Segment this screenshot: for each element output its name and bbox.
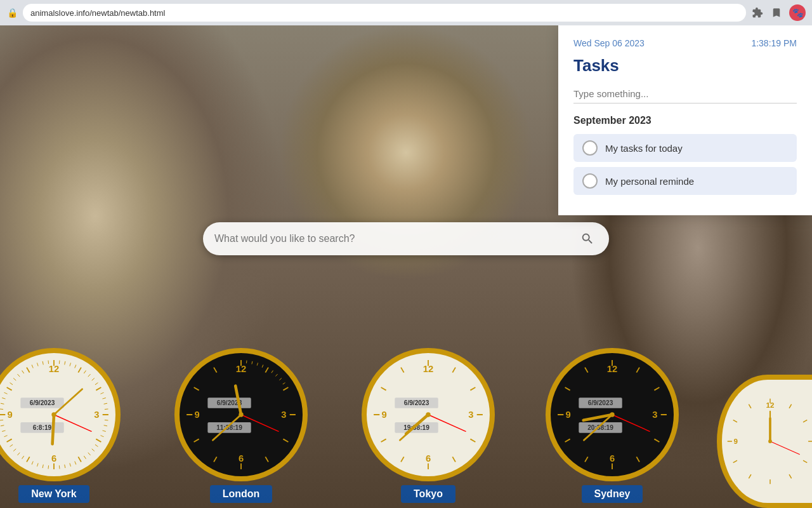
svg-line-115 <box>401 368 404 373</box>
svg-line-156 <box>803 460 807 463</box>
svg-line-39 <box>32 461 33 464</box>
svg-line-37 <box>43 465 43 468</box>
address-bar[interactable]: animalslove.info/newtab/newtab.html <box>23 4 746 22</box>
svg-line-12 <box>59 361 60 364</box>
url-text: animalslove.info/newtab/newtab.html <box>30 8 165 18</box>
svg-text:6: 6 <box>610 453 615 464</box>
svg-line-35 <box>59 465 60 469</box>
profile-icon[interactable]: 🐾 <box>789 4 806 21</box>
svg-text:6/9/2023: 6/9/2023 <box>30 399 55 406</box>
svg-line-23 <box>105 409 108 410</box>
svg-line-138 <box>565 387 570 391</box>
svg-line-49 <box>1 403 4 404</box>
svg-text:12: 12 <box>423 364 433 374</box>
svg-line-27 <box>100 436 103 437</box>
svg-line-36 <box>48 465 49 469</box>
svg-text:3: 3 <box>652 410 657 420</box>
city-label-sydney: Sydney <box>582 485 643 503</box>
svg-line-76 <box>283 439 288 442</box>
svg-line-90 <box>279 378 281 380</box>
svg-line-22 <box>104 403 107 404</box>
svg-line-18 <box>92 378 95 381</box>
svg-line-168 <box>770 441 799 455</box>
extensions-icon[interactable] <box>751 6 764 19</box>
svg-line-32 <box>75 461 76 464</box>
svg-point-151 <box>610 412 614 417</box>
svg-line-56 <box>32 365 33 368</box>
svg-line-46 <box>1 425 4 426</box>
svg-line-108 <box>470 439 475 442</box>
svg-line-55 <box>22 370 24 373</box>
svg-line-28 <box>95 444 98 446</box>
svg-text:6/9/2023: 6/9/2023 <box>404 399 429 406</box>
svg-line-38 <box>37 463 38 466</box>
clock-london: 12 3 6 9 6/9/2023 11:38:19 Lo <box>174 348 308 508</box>
clock-face-partial: 12 9 <box>717 375 812 508</box>
svg-line-57 <box>37 363 38 366</box>
svg-line-31 <box>84 456 86 458</box>
svg-line-8 <box>7 439 12 442</box>
svg-line-74 <box>283 387 288 391</box>
svg-line-79 <box>214 457 217 462</box>
clock-face-london: 12 3 6 9 6/9/2023 11:38:19 <box>174 348 308 481</box>
svg-line-15 <box>75 365 76 368</box>
svg-line-42 <box>13 449 16 451</box>
svg-line-162 <box>733 420 737 422</box>
task-text-1: My tasks for today <box>605 143 683 154</box>
task-item-1[interactable]: My tasks for today <box>573 134 797 162</box>
svg-line-106 <box>470 387 475 391</box>
svg-text:9: 9 <box>8 410 13 420</box>
tasks-date: Wed Sep 06 2023 <box>573 38 645 48</box>
svg-line-5 <box>78 457 81 462</box>
svg-line-10 <box>7 387 12 391</box>
svg-line-48 <box>0 409 3 410</box>
svg-line-14 <box>70 363 71 366</box>
tasks-panel: Wed Sep 06 2023 1:38:19 PM Tasks Septemb… <box>558 25 812 215</box>
svg-line-129 <box>636 368 639 373</box>
svg-line-77 <box>265 457 268 462</box>
svg-line-34 <box>65 465 65 468</box>
svg-line-53 <box>13 378 16 381</box>
svg-line-17 <box>88 374 91 377</box>
clock-face-new-york: 12 3 6 9 6/9/2023 6:8:19 <box>0 348 121 481</box>
svg-line-136 <box>565 439 570 442</box>
svg-point-71 <box>51 412 56 417</box>
svg-line-2 <box>96 387 101 391</box>
svg-line-109 <box>452 457 455 462</box>
tasks-month: September 2023 <box>573 115 797 126</box>
svg-line-54 <box>18 374 20 377</box>
svg-line-51 <box>4 392 8 394</box>
svg-line-50 <box>2 398 5 399</box>
svg-line-91 <box>283 383 285 385</box>
clock-tokyo: 12 3 6 9 6/9/2023 19:38:19 Tokyo <box>362 348 495 508</box>
svg-line-30 <box>88 453 91 455</box>
svg-text:12: 12 <box>236 364 246 374</box>
clock-face-tokyo: 12 3 6 9 6/9/2023 19:38:19 <box>362 348 495 481</box>
svg-line-88 <box>272 370 273 373</box>
browser-actions: 🐾 <box>751 4 806 21</box>
tasks-header: Wed Sep 06 2023 1:38:19 PM <box>573 38 797 48</box>
svg-line-1 <box>78 368 81 373</box>
svg-line-47 <box>0 420 3 420</box>
task-item-2[interactable]: My personal reminde <box>573 167 797 195</box>
svg-line-105 <box>452 368 455 373</box>
svg-line-45 <box>2 431 5 432</box>
svg-line-33 <box>70 463 71 466</box>
task-checkbox-1[interactable] <box>582 140 598 156</box>
browser-chrome: 🔒 animalslove.info/newtab/newtab.html 🐾 <box>0 0 812 25</box>
security-icon: 🔒 <box>6 7 18 18</box>
clock-new-york: 12 3 6 9 6/9/2023 6:8:19 <box>0 348 121 508</box>
svg-line-132 <box>654 439 659 442</box>
search-button[interactable] <box>577 229 598 249</box>
svg-line-58 <box>43 361 43 364</box>
svg-line-44 <box>4 436 8 437</box>
bookmark-icon[interactable] <box>770 6 783 19</box>
task-checkbox-2[interactable] <box>582 173 598 189</box>
search-input[interactable] <box>214 233 571 244</box>
svg-line-153 <box>789 404 792 408</box>
svg-line-157 <box>789 474 792 478</box>
main-area: Wed Sep 06 2023 1:38:19 PM Tasks Septemb… <box>0 25 812 508</box>
svg-line-111 <box>401 457 404 462</box>
search-container <box>203 222 609 255</box>
tasks-input[interactable] <box>573 84 797 104</box>
